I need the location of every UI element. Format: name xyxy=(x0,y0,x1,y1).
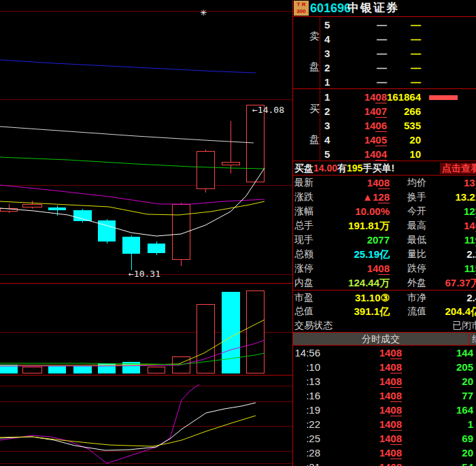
stat-value: 2.2 xyxy=(433,247,476,261)
level-number: 5 xyxy=(324,147,330,161)
volume-cell: 535 xyxy=(380,118,421,133)
value-dec: 08 xyxy=(390,418,402,431)
value-dec: 28 xyxy=(378,191,390,203)
stat-label: 外盘 xyxy=(407,276,426,290)
stat-value: 10.00% xyxy=(331,204,390,218)
quote-panel: T R 300 601696 中银证券 卖盘 买盘 5——4——3——2——1—… xyxy=(292,0,476,466)
stock-code: 601696 xyxy=(310,0,351,16)
click-view-button[interactable]: 点击查看 xyxy=(440,163,476,174)
price-cell: 1404 xyxy=(334,147,387,161)
price-cell: 1405 xyxy=(334,133,387,147)
value-int: 14 xyxy=(367,263,379,274)
value-dec: 08 xyxy=(390,347,402,359)
stats-row: 总值391.1亿流值204.4亿 xyxy=(293,304,476,318)
stats-row: 涨停1408跌停115 xyxy=(293,261,476,276)
title-bar: T R 300 601696 中银证券 xyxy=(293,0,476,16)
tick-row: :31140854 xyxy=(293,460,476,466)
price-cell: — xyxy=(334,75,387,89)
tick-row: :101408205 xyxy=(293,360,476,374)
tab-detail[interactable]: 细 xyxy=(472,333,476,345)
level-number: 5 xyxy=(324,18,330,32)
stats-row: 最新1408均价131 xyxy=(293,176,476,190)
board-badge: T R 300 xyxy=(294,1,309,16)
buy-level-row[interactable]: 21407266 xyxy=(293,104,476,118)
level-number: 4 xyxy=(324,133,330,147)
value-int: 14 xyxy=(379,418,391,430)
value-int: 14 xyxy=(379,347,391,359)
sell-level-row[interactable]: 5—— xyxy=(293,18,476,32)
value-int: ▲1 xyxy=(362,191,378,203)
value-int: 14 xyxy=(364,120,376,131)
value-int: 14 xyxy=(379,390,391,401)
tick-time: :22 xyxy=(293,417,320,431)
level-number: 4 xyxy=(324,32,330,46)
stats-row: 总手191.81万最高140 xyxy=(293,218,476,233)
tick-price: 1408 xyxy=(364,460,402,466)
sell-level-row[interactable]: 3—— xyxy=(293,46,476,61)
value-int: 14 xyxy=(364,148,376,160)
stat-value: 67.37万 xyxy=(433,276,476,290)
value-int: 11 xyxy=(464,234,475,246)
price-annotation: ←14.08 xyxy=(252,105,284,115)
sell-level-row[interactable]: 2—— xyxy=(293,61,476,75)
stat-value: 25.19亿 xyxy=(331,247,390,261)
tick-time: :13 xyxy=(293,374,320,388)
stat-value: 191.81万 xyxy=(331,218,390,233)
value-int: 14 xyxy=(464,220,475,231)
value-int: 14 xyxy=(379,433,391,444)
stat-value: 2.4 xyxy=(433,290,476,305)
tab-timeline-trades[interactable]: 分时成交 xyxy=(293,333,469,345)
tick-volume: 20 xyxy=(429,446,473,460)
tick-price: 1408 xyxy=(364,446,402,460)
stats-row: 涨幅10.00%今开123 xyxy=(293,204,476,218)
stats-row: 市盈31.10③市净2.4 xyxy=(293,290,476,305)
volume-cell: 161864 xyxy=(380,90,421,104)
volume-bar xyxy=(429,95,458,100)
stat-label: 均价 xyxy=(407,176,426,190)
buy-level-row[interactable]: 5140410 xyxy=(293,147,476,161)
hint-count: 195 xyxy=(347,163,362,173)
volume-cell: — xyxy=(380,75,421,89)
volume-cell: — xyxy=(380,46,421,61)
level-number: 2 xyxy=(324,104,330,118)
sell-level-row[interactable]: 1—— xyxy=(293,75,476,89)
stats-row: 总额25.19亿量比2.2 xyxy=(293,247,476,261)
tick-volume: 54 xyxy=(429,460,473,466)
tick-volume: 205 xyxy=(429,360,473,374)
value-int: 14 xyxy=(367,177,379,188)
tick-time: :25 xyxy=(293,431,320,446)
stat-value: 124.44万 xyxy=(331,276,390,290)
tick-time: 14:56 xyxy=(293,346,320,360)
stat-label: 量比 xyxy=(407,247,426,261)
level-number: 2 xyxy=(324,61,330,75)
value-int: 14 xyxy=(379,461,391,466)
tick-row: :28140820 xyxy=(293,446,476,460)
buy-level-row[interactable]: 31406535 xyxy=(293,118,476,133)
value-dec: 08 xyxy=(390,376,402,388)
volume-cell: 266 xyxy=(380,104,421,118)
value-int: 13 xyxy=(464,177,475,188)
buy-level-row[interactable]: 11408161864 xyxy=(293,90,476,104)
value-dec: 08 xyxy=(390,361,402,373)
stat-label: 流值 xyxy=(407,304,426,318)
hint-text: 手买单! xyxy=(362,163,394,173)
stats-row: 现手2077最低119 xyxy=(293,233,476,247)
tick-row: :16140877 xyxy=(293,388,476,403)
trade-status-row: 交易状态 已闭市 xyxy=(293,318,476,333)
tick-volume: 69 xyxy=(429,431,473,446)
price-cell: — xyxy=(334,32,387,46)
badge-line1: T R xyxy=(294,1,309,8)
buy-level-row[interactable]: 4140520 xyxy=(293,133,476,147)
hint-text: 有 xyxy=(337,163,347,173)
stat-value: 131 xyxy=(433,176,476,190)
volume-cell: 10 xyxy=(380,147,421,161)
sell-level-row[interactable]: 4—— xyxy=(293,32,476,46)
kline-chart-svg: ←14.08←10.31✳ xyxy=(0,0,292,466)
price-cell: — xyxy=(334,61,387,75)
tick-volume: 77 xyxy=(429,388,473,403)
tick-price: 1408 xyxy=(364,403,402,417)
stat-value: 13.21 xyxy=(433,190,476,204)
stat-value: 115 xyxy=(433,261,476,276)
price-cell: — xyxy=(334,18,387,32)
separator xyxy=(469,333,469,345)
